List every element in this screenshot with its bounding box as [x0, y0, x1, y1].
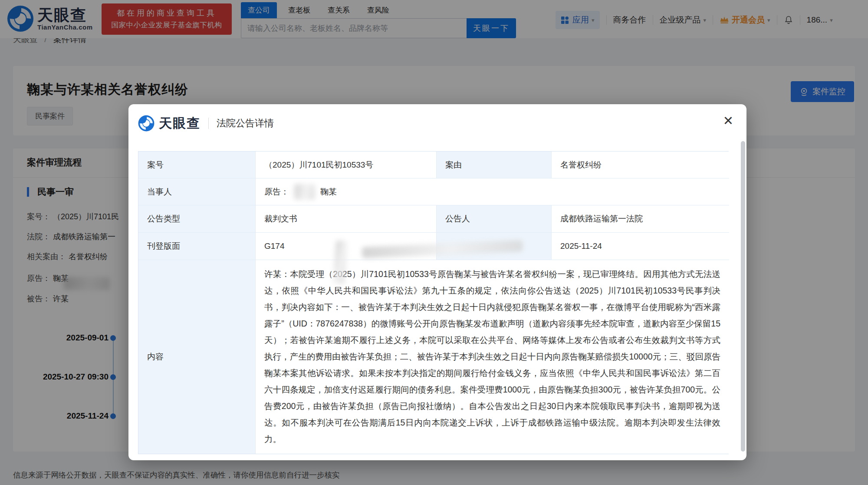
table-label-case-no: 案号 [138, 152, 256, 178]
divider [208, 118, 209, 129]
announcement-content: 许某：本院受理（2025）川7101民初10533号原告鞠某与被告许某名誉权纠纷… [264, 266, 720, 447]
table-label-announcer: 公告人 [437, 205, 552, 233]
court-announcement-modal: 天眼查 法院公告详情 ✕ 案号 （2025）川7101民初10533号 案由 名… [128, 104, 746, 460]
table-label-page: 刊登版面 [138, 233, 256, 260]
table-label-content: 内容 [138, 260, 256, 454]
modal-scrollbar-thumb[interactable] [741, 141, 745, 452]
table-value-content: 许某：本院受理（2025）川7101民初10533号原告鞠某与被告许某名誉权纠纷… [256, 260, 729, 454]
page: 天眼查 TianYanCha.com 都在用的商业查询工具 国家中小企业发展子基… [0, 0, 868, 485]
modal-brand: 天眼查 [159, 115, 201, 132]
modal-header: 天眼查 法院公告详情 [138, 111, 274, 135]
redacted-blur [294, 184, 315, 200]
table-label-type: 公告类型 [138, 205, 256, 233]
modal-title: 法院公告详情 [217, 117, 274, 130]
close-icon[interactable]: ✕ [719, 111, 738, 130]
table-label-cause: 案由 [437, 152, 552, 178]
table-label-party: 当事人 [138, 178, 256, 205]
table-value-type: 裁判文书 [256, 205, 437, 233]
table-value-party: 原告： 鞠某 [256, 178, 729, 205]
table-value-announcer: 成都铁路运输第一法院 [552, 205, 729, 233]
table-value-date: 2025-11-24 [552, 233, 729, 260]
announcement-table: 案号 （2025）川7101民初10533号 案由 名誉权纠纷 当事人 原告： … [138, 151, 729, 454]
table-value-cause: 名誉权纠纷 [552, 152, 729, 178]
logo-swirl-icon [138, 115, 155, 132]
table-value-case-no: （2025）川7101民初10533号 [256, 152, 437, 178]
